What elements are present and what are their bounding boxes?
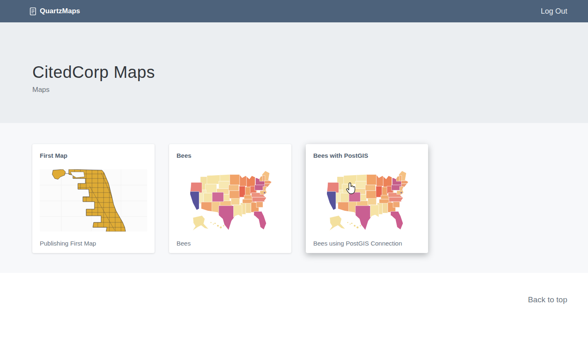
us-choropleth-thumbnail xyxy=(177,169,284,231)
page-footer: Back to top xyxy=(0,273,588,304)
logout-link[interactable]: Log Out xyxy=(541,7,567,16)
maps-card-list: First Map Publishing First Map Bees Bees… xyxy=(0,123,588,273)
page-title: CitedCorp Maps xyxy=(32,63,556,82)
document-icon xyxy=(30,7,36,15)
chicago-map-thumbnail xyxy=(40,169,147,231)
card-caption: Bees xyxy=(177,240,284,247)
page-subtitle: Maps xyxy=(32,86,556,94)
app-title: QuartzMaps xyxy=(40,7,80,15)
card-title: Bees xyxy=(177,152,284,159)
card-caption: Publishing First Map xyxy=(40,240,147,247)
map-card-bees-with-postgis[interactable]: Bees with PostGIS Bees using PostGIS Con… xyxy=(306,144,428,253)
back-to-top-link[interactable]: Back to top xyxy=(528,295,567,304)
map-card-first-map[interactable]: First Map Publishing First Map xyxy=(32,144,155,253)
card-title: Bees with PostGIS xyxy=(313,152,421,159)
hero-section: CitedCorp Maps Maps xyxy=(0,22,588,123)
us-choropleth-thumbnail xyxy=(313,169,421,231)
app-brand-link[interactable]: QuartzMaps xyxy=(30,7,80,15)
app-header: QuartzMaps Log Out xyxy=(0,0,588,22)
card-title: First Map xyxy=(40,152,147,159)
map-card-bees[interactable]: Bees Bees xyxy=(169,144,291,253)
card-caption: Bees using PostGIS Connection xyxy=(313,240,421,247)
